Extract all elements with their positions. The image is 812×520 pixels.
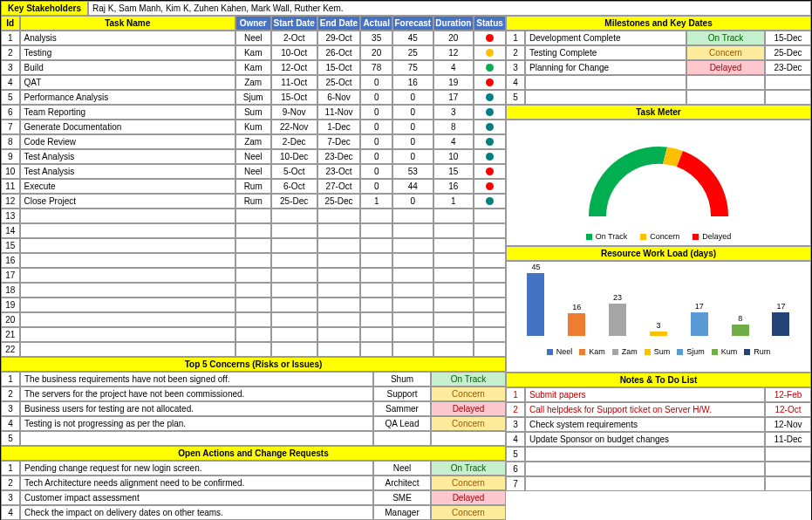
concern-text[interactable]: Testing is not progressing as per the pl… [20,416,373,431]
task-row[interactable]: 11 Execute Rum 6-Oct 27-Oct 0 44 16 [1,179,506,194]
empty-task-row[interactable]: 22 [1,342,506,357]
task-owner[interactable]: Zam [235,134,271,149]
task-end[interactable]: 23-Oct [317,164,360,179]
concern-owner[interactable]: QA Lead [373,416,431,431]
task-name[interactable]: Testing [20,45,235,60]
task-owner[interactable]: Sum [235,105,271,120]
task-duration[interactable]: 4 [433,60,474,75]
action-owner[interactable]: Architect [373,476,431,490]
task-forecast[interactable]: 0 [392,194,433,209]
note-text[interactable] [525,476,765,491]
task-name[interactable]: Execute [20,179,235,194]
action-row[interactable]: 4 Check the impact on delivery dates on … [1,505,506,520]
task-name[interactable]: Code Review [20,134,235,149]
note-date[interactable] [765,462,811,476]
milestone-row[interactable]: 2 Testing Complete Concern 25-Dec [506,45,811,60]
task-actual[interactable]: 0 [360,179,392,194]
task-row[interactable]: 9 Test Analysis Neel 10-Dec 23-Dec 0 0 1… [1,149,506,164]
task-duration[interactable]: 4 [433,134,474,149]
task-name[interactable]: Team Reporting [20,105,235,120]
milestone-name[interactable]: Testing Complete [525,45,686,60]
task-name[interactable]: Analysis [20,31,235,45]
task-name[interactable]: Build [20,60,235,75]
task-actual[interactable]: 0 [360,134,392,149]
task-start[interactable]: 25-Dec [271,194,317,209]
task-actual[interactable]: 20 [360,45,392,60]
task-end[interactable]: 11-Nov [317,105,360,120]
concern-owner[interactable]: Shum [373,372,431,387]
task-end[interactable]: 27-Oct [317,179,360,194]
task-duration[interactable]: 10 [433,149,474,164]
task-end[interactable]: 25-Oct [317,75,360,90]
task-forecast[interactable]: 0 [392,105,433,120]
action-row[interactable]: 2 Tech Architecture needs alignment need… [1,476,506,490]
task-actual[interactable]: 0 [360,164,392,179]
task-duration[interactable]: 3 [433,105,474,120]
task-start[interactable]: 9-Nov [271,105,317,120]
task-name[interactable]: Test Analysis [20,149,235,164]
task-name[interactable]: Test Analysis [20,164,235,179]
task-start[interactable]: 6-Oct [271,179,317,194]
task-duration[interactable]: 8 [433,120,474,134]
task-row[interactable]: 1 Analysis Neel 2-Oct 29-Oct 35 45 20 [1,31,506,45]
task-row[interactable]: 7 Generate Documentation Kum 22-Nov 1-De… [1,120,506,134]
task-owner[interactable]: Kum [235,120,271,134]
note-row[interactable]: 7 [506,476,811,491]
concern-text[interactable] [20,431,373,446]
concern-owner[interactable]: Support [373,387,431,401]
task-owner[interactable]: Rum [235,179,271,194]
milestone-row[interactable]: 1 Development Complete On Track 15-Dec [506,31,811,45]
task-duration[interactable]: 19 [433,75,474,90]
task-actual[interactable]: 35 [360,31,392,45]
task-row[interactable]: 12 Close Project Rum 25-Dec 25-Dec 1 0 1 [1,194,506,209]
milestone-date[interactable]: 23-Dec [765,60,811,75]
milestone-row[interactable]: 3 Planning for Change Delayed 23-Dec [506,60,811,75]
note-row[interactable]: 5 [506,447,811,462]
task-owner[interactable]: Kam [235,45,271,60]
task-name[interactable]: QAT [20,75,235,90]
concern-text[interactable]: The business requirements have not been … [20,372,373,387]
task-forecast[interactable]: 45 [392,31,433,45]
task-start[interactable]: 11-Oct [271,75,317,90]
note-date[interactable] [765,447,811,462]
task-start[interactable]: 2-Oct [271,31,317,45]
task-end[interactable]: 25-Dec [317,194,360,209]
task-end[interactable]: 15-Oct [317,60,360,75]
note-date[interactable]: 12-Nov [765,417,811,432]
task-forecast[interactable]: 0 [392,149,433,164]
note-row[interactable]: 6 [506,462,811,476]
task-end[interactable]: 6-Nov [317,90,360,105]
task-row[interactable]: 10 Test Analysis Neel 5-Oct 23-Oct 0 53 … [1,164,506,179]
task-owner[interactable]: Kam [235,60,271,75]
empty-task-row[interactable]: 14 [1,223,506,238]
note-text[interactable] [525,462,765,476]
task-owner[interactable]: Rum [235,194,271,209]
note-date[interactable]: 12-Feb [765,387,811,402]
empty-task-row[interactable]: 13 [1,209,506,223]
action-row[interactable]: 3 Customer impact assessment SME Delayed [1,490,506,505]
task-actual[interactable]: 0 [360,75,392,90]
note-row[interactable]: 2 Call helpdesk for Support ticket on Se… [506,402,811,417]
task-forecast[interactable]: 16 [392,75,433,90]
concern-row[interactable]: 1 The business requirements have not bee… [1,372,506,387]
task-duration[interactable]: 17 [433,90,474,105]
task-start[interactable]: 5-Oct [271,164,317,179]
note-date[interactable] [765,476,811,491]
concern-row[interactable]: 5 [1,431,506,446]
empty-task-row[interactable]: 16 [1,253,506,268]
task-duration[interactable]: 12 [433,45,474,60]
action-row[interactable]: 1 Pending change request for new login s… [1,461,506,476]
task-duration[interactable]: 1 [433,194,474,209]
task-owner[interactable]: Sjum [235,90,271,105]
empty-task-row[interactable]: 18 [1,283,506,298]
concern-row[interactable]: 2 The servers for the project have not b… [1,387,506,401]
task-owner[interactable]: Neel [235,164,271,179]
action-text[interactable]: Check the impact on delivery dates on ot… [20,505,373,520]
action-text[interactable]: Tech Architecture needs alignment need t… [20,476,373,490]
task-row[interactable]: 4 QAT Zam 11-Oct 25-Oct 0 16 19 [1,75,506,90]
task-owner[interactable]: Zam [235,75,271,90]
concern-row[interactable]: 4 Testing is not progressing as per the … [1,416,506,431]
task-actual[interactable]: 0 [360,149,392,164]
action-text[interactable]: Customer impact assessment [20,490,373,505]
empty-task-row[interactable]: 21 [1,327,506,342]
